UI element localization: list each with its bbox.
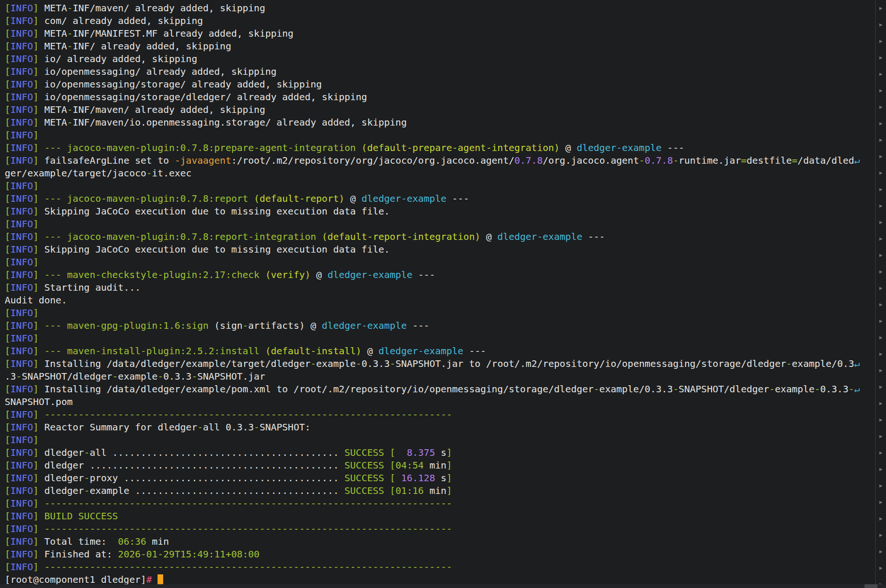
terminal-line: [INFO] <box>5 307 875 319</box>
line-marker-icon: ▶ <box>876 263 886 280</box>
line-marker-icon: ▶ <box>876 198 886 214</box>
overview-ruler: ▶▶▶▶▶▶▶▶▶▶▶▶▶▶▶▶▶▶▶▶▶▶▶▶▶▶▶▶▶▶▶▶▶▶▶▶ <box>876 0 886 584</box>
terminal-line: [INFO] --- maven-gpg-plugin:1.6:sign (si… <box>5 319 875 332</box>
line-marker-icon: ▶ <box>876 66 886 82</box>
terminal-line: [INFO] Installing /data/dledger/example/… <box>5 383 875 396</box>
terminal-line: [INFO] io/openmessaging/ already added, … <box>5 65 875 78</box>
terminal-line: [INFO] <box>5 129 875 142</box>
terminal-line: [INFO] com/ already added, skipping <box>5 15 875 27</box>
terminal-line: [INFO] --- jacoco-maven-plugin:0.7.8:pre… <box>5 142 875 154</box>
line-marker-icon: ▶ <box>876 510 886 527</box>
terminal-line: [INFO] ---------------------------------… <box>5 408 875 421</box>
line-marker-icon: ▶ <box>876 16 886 33</box>
terminal-line: [INFO] <box>5 218 875 230</box>
terminal-line: [INFO] --- maven-checkstyle-plugin:2.17:… <box>5 269 875 281</box>
terminal-line: [INFO] META-INF/ already added, skipping <box>5 40 875 53</box>
terminal-line: [INFO] Reactor Summary for dledger-all 0… <box>5 421 875 434</box>
terminal-line: [INFO] --- maven-install-plugin:2.5.2:in… <box>5 345 875 358</box>
line-marker-icon: ▶ <box>876 165 886 181</box>
terminal-line: [INFO] META-INF/MANIFEST.MF already adde… <box>5 27 875 40</box>
terminal-line: [INFO] Installing /data/dledger/example/… <box>5 358 875 370</box>
line-marker-icon: ▶ <box>876 395 886 412</box>
line-marker-icon: ▶ <box>876 132 886 148</box>
line-marker-icon: ▶ <box>876 477 886 494</box>
line-marker-icon: ▶ <box>876 49 886 66</box>
line-marker-icon: ▶ <box>876 494 886 510</box>
line-marker-icon: ▶ <box>876 230 886 247</box>
terminal-line: [INFO] <box>5 256 875 269</box>
line-marker-icon: ▶ <box>876 362 886 379</box>
terminal-line: [INFO] dledger-example .................… <box>5 485 875 497</box>
line-marker-icon: ▶ <box>876 82 886 99</box>
line-marker-icon: ▶ <box>876 461 886 477</box>
terminal-line: [INFO] ---------------------------------… <box>5 523 875 535</box>
terminal-line: [INFO] dledger-proxy ...................… <box>5 472 875 485</box>
line-marker-icon: ▶ <box>876 33 886 49</box>
line-marker-icon: ▶ <box>876 313 886 329</box>
terminal-line: [INFO] Starting audit... <box>5 281 875 294</box>
terminal-line: SNAPSHOT.pom <box>5 396 875 408</box>
line-marker-icon: ▶ <box>876 543 886 560</box>
terminal-line: [INFO] Total time: 06:36 min <box>5 535 875 548</box>
terminal-line: [INFO] io/ already added, skipping <box>5 53 875 65</box>
line-marker-icon: ▶ <box>876 379 886 395</box>
terminal-line: [INFO] io/openmessaging/storage/ already… <box>5 78 875 91</box>
terminal-line: [INFO] dledger-all .....................… <box>5 446 875 459</box>
terminal-line: [INFO] <box>5 180 875 192</box>
terminal-line: [INFO] io/openmessaging/storage/dledger/… <box>5 91 875 103</box>
line-marker-icon: ▶ <box>876 280 886 296</box>
line-marker-icon: ▶ <box>876 412 886 428</box>
line-marker-icon: ▶ <box>876 346 886 362</box>
horizontal-scrollbar-thumb[interactable] <box>864 584 878 588</box>
terminal-line: [INFO] <box>5 332 875 345</box>
line-marker-icon: ▶ <box>876 247 886 263</box>
line-marker-icon: ▶ <box>876 148 886 165</box>
line-marker-icon: ▶ <box>876 445 886 461</box>
terminal-line: [INFO] Finished at: 2026-01-29T15:49:11+… <box>5 548 875 561</box>
terminal-line: [INFO] ---------------------------------… <box>5 497 875 510</box>
terminal-line: [INFO] --- jacoco-maven-plugin:0.7.8:rep… <box>5 230 875 243</box>
terminal-line: [INFO] <box>5 434 875 446</box>
terminal-line: ger/example/target/jacoco-it.exec <box>5 167 875 180</box>
terminal-line: [INFO] Skipping JaCoCo execution due to … <box>5 205 875 218</box>
terminal-line: [INFO] failsafeArgLine set to -javaagent… <box>5 154 875 167</box>
terminal-line: [INFO] META-INF/maven/io.openmessaging.s… <box>5 116 875 129</box>
terminal-line: [INFO] META-INF/maven/ already added, sk… <box>5 103 875 116</box>
line-marker-icon: ▶ <box>876 329 886 346</box>
line-marker-icon: ▶ <box>876 214 886 230</box>
terminal-cursor <box>158 574 163 584</box>
horizontal-scrollbar[interactable] <box>0 584 886 588</box>
line-marker-icon: ▶ <box>876 428 886 445</box>
terminal-line: [root@component1 dledger]# <box>5 573 875 584</box>
terminal-output[interactable]: [INFO] META-INF/maven/ already added, sk… <box>0 0 875 584</box>
terminal-line: [INFO] ---------------------------------… <box>5 561 875 573</box>
line-marker-icon: ▶ <box>876 0 886 16</box>
line-marker-icon: ▶ <box>876 296 886 313</box>
line-marker-icon: ▶ <box>876 115 886 132</box>
terminal-line: Audit done. <box>5 294 875 307</box>
terminal-line: [INFO] dledger .........................… <box>5 459 875 472</box>
terminal-line: [INFO] META-INF/maven/ already added, sk… <box>5 2 875 15</box>
line-marker-icon: ▶ <box>876 560 886 576</box>
terminal-line: [INFO] Skipping JaCoCo execution due to … <box>5 243 875 256</box>
line-marker-icon: ▶ <box>876 527 886 543</box>
line-marker-icon: ▶ <box>876 99 886 115</box>
terminal-line: [INFO] BUILD SUCCESS <box>5 510 875 523</box>
terminal-line: .3-SNAPSHOT/dledger-example-0.3.3-SNAPSH… <box>5 370 875 383</box>
terminal-line: [INFO] --- jacoco-maven-plugin:0.7.8:rep… <box>5 192 875 205</box>
line-marker-icon: ▶ <box>876 181 886 198</box>
